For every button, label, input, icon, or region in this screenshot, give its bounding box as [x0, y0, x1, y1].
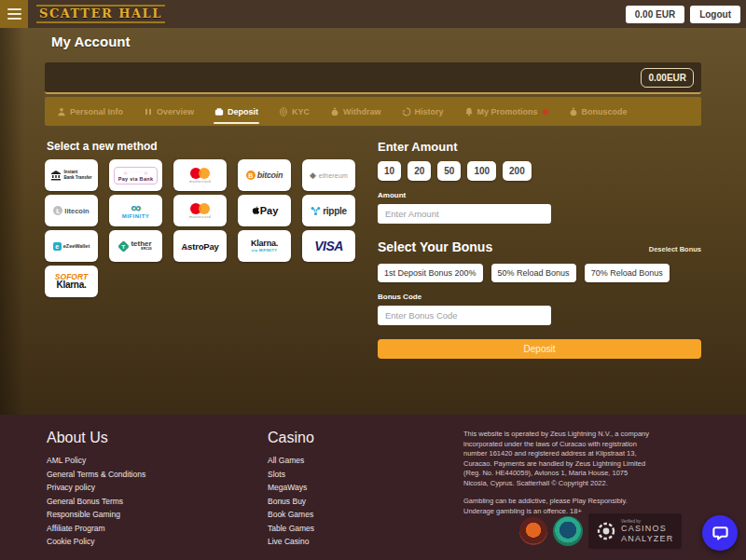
mastercard-icon — [190, 168, 210, 179]
method-sublabel: Klarna. — [57, 280, 87, 290]
balance-bar: 0.00EUR — [45, 62, 701, 94]
tab-personal-info[interactable]: Personal Info — [47, 97, 133, 126]
tab-label: Bonuscode — [582, 107, 628, 116]
balance-button[interactable]: 0.00 EUR — [626, 6, 684, 23]
top-bar-actions: 0.00 EUR Logout — [626, 6, 740, 23]
method-label: ripple — [323, 206, 346, 216]
quick-amount-button[interactable]: 50 — [437, 161, 461, 181]
balance-chip[interactable]: 0.00EUR — [641, 68, 694, 88]
footer-link[interactable]: Live Casino — [268, 537, 463, 546]
shield-badge-icon — [553, 516, 583, 546]
tab-deposit[interactable]: Deposit — [204, 97, 269, 126]
footer-link[interactable]: All Games — [268, 456, 463, 465]
method-label: bitcoin — [257, 171, 283, 180]
brand-logo[interactable]: SCATTER HALL — [36, 5, 165, 23]
footer-link[interactable]: Bonus Buy — [268, 497, 463, 506]
quick-amount-button[interactable]: 10 — [378, 161, 401, 181]
history-icon — [402, 107, 411, 116]
footer-link[interactable]: Slots — [268, 470, 463, 479]
method-label: AstroPay — [181, 241, 218, 252]
tab-label: Overview — [157, 107, 194, 116]
analyzer-line: ANALYZER — [621, 534, 673, 544]
footer-link[interactable]: General Bonus Terms — [47, 497, 268, 506]
bonus-code-input[interactable] — [378, 306, 551, 325]
footer-link[interactable]: Privacy policy — [47, 483, 268, 492]
tab-overview[interactable]: Overview — [133, 97, 204, 126]
tab-withdraw[interactable]: Withdraw — [320, 97, 391, 126]
method-mastercard-2[interactable]: mastercard — [173, 195, 227, 226]
method-ezeewallet[interactable]: e eZeeWallet — [45, 230, 98, 262]
footer-about-heading: About Us — [47, 430, 268, 446]
footer-link[interactable]: AML Policy — [47, 456, 268, 465]
methods-heading: Select a new method — [47, 140, 359, 153]
bank-icon — [50, 170, 62, 181]
footer-casino-heading: Casino — [268, 430, 463, 446]
footer-link[interactable]: General Terms & Conditions — [47, 470, 268, 479]
method-mifinity[interactable]: ∞ MIFINITY — [109, 195, 162, 226]
moneybag-icon — [330, 107, 339, 116]
chip-icon — [597, 522, 615, 540]
quick-amount-button[interactable]: 100 — [467, 161, 496, 181]
footer-link[interactable]: Book Games — [268, 510, 463, 519]
method-bitcoin[interactable]: B bitcoin — [238, 159, 291, 191]
ripple-icon — [311, 206, 321, 216]
method-mastercard[interactable]: mastercard — [173, 159, 227, 191]
mastercard-icon — [190, 203, 210, 214]
legal-text-1: This website is operated by Zeus Lightni… — [463, 430, 650, 488]
tab-bonuscode[interactable]: Bonuscode — [559, 97, 638, 126]
hamburger-menu-icon[interactable] — [0, 0, 28, 28]
payment-methods-section: Select a new method Instant Bank Transfe… — [45, 140, 359, 359]
method-sofort-klarna[interactable]: SOFORT Klarna. — [45, 266, 98, 297]
account-tabs: Personal Info Overview Deposit KYC Withd… — [45, 97, 701, 126]
bitcoin-icon: B — [246, 171, 256, 180]
method-instant-bank-transfer[interactable]: Instant Bank Transfer — [45, 159, 98, 191]
footer-link[interactable]: Affiliate Program — [47, 524, 268, 533]
tab-kyc[interactable]: KYC — [269, 97, 320, 126]
quick-amount-button[interactable]: 20 — [408, 161, 431, 181]
amount-input[interactable] — [378, 204, 551, 224]
bonus-option-button[interactable]: 1st Deposit Bonus 200% — [378, 264, 483, 282]
footer-link[interactable]: Responsible Gaming — [47, 510, 268, 519]
method-label: eZeeWallet — [63, 243, 90, 249]
amount-heading: Enter Amount — [378, 140, 701, 154]
method-sublabel: ERC20 — [141, 248, 151, 252]
footer-link[interactable]: Table Games — [268, 524, 463, 533]
tab-label: KYC — [292, 107, 310, 116]
footer-link[interactable]: MegaWays — [268, 483, 463, 492]
amount-label: Amount — [378, 191, 701, 199]
method-sublabel: via MIFINITY — [252, 249, 277, 253]
casinos-analyzer-badge[interactable]: Verified by CASINOS ANALYZER — [588, 513, 682, 549]
tab-my-promotions[interactable]: My Promotions — [454, 97, 559, 126]
method-visa[interactable]: VISA — [302, 230, 355, 262]
method-label: mastercard — [189, 180, 211, 184]
quick-amount-button[interactable]: 200 — [503, 161, 532, 181]
method-label: ethereum — [319, 172, 348, 179]
overview-icon — [144, 107, 153, 116]
litecoin-icon: Ł — [53, 206, 62, 215]
deposit-button[interactable]: Deposit — [378, 339, 701, 359]
method-klarna-mifinity[interactable]: Klarna. via MIFINITY — [238, 230, 291, 262]
method-tether[interactable]: T tether ERC20 — [109, 230, 162, 262]
method-astropay[interactable]: AstroPay — [173, 230, 227, 262]
method-litecoin[interactable]: Ł litecoin — [45, 195, 98, 226]
method-ethereum[interactable]: ◆ ethereum — [302, 159, 355, 191]
bonus-option-button[interactable]: 50% Reload Bonus — [491, 264, 576, 282]
bank-transfer-glyphs: ⌂······⌂ — [124, 170, 147, 175]
app-window: SCATTER HALL 0.00 EUR Logout My Account … — [0, 0, 746, 560]
tab-history[interactable]: History — [392, 97, 454, 126]
tab-label: Withdraw — [343, 107, 380, 116]
tether-icon: T — [118, 240, 131, 253]
chat-button[interactable] — [702, 515, 738, 551]
method-ripple[interactable]: ripple — [302, 195, 355, 226]
method-apple-pay[interactable]: Pay — [238, 195, 291, 226]
footer-casino-column: Casino All GamesSlotsMegaWaysBonus BuyBo… — [268, 430, 463, 560]
deposit-form-section: Enter Amount 102050100200 Amount Select … — [378, 140, 701, 359]
ezeewallet-icon: e — [53, 242, 62, 251]
method-pay-via-bank[interactable]: ⌂······⌂ Pay via Bank — [109, 159, 162, 191]
bonus-option-button[interactable]: 70% Reload Bonus — [585, 264, 670, 282]
footer-link[interactable]: Cookie Policy — [47, 537, 268, 546]
logout-button[interactable]: Logout — [690, 6, 740, 23]
main-content: My Account 0.00EUR Personal Info Overvie… — [0, 28, 746, 415]
promotions-badge — [543, 109, 548, 115]
deselect-bonus-link[interactable]: Deselect Bonus — [649, 245, 701, 253]
